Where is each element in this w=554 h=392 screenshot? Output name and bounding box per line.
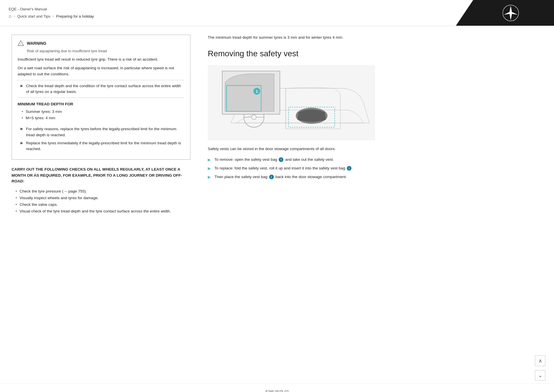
bullet-arrow-2: ▶ For safety reasons, replace the tyres … (18, 126, 184, 138)
mercedes-logo (502, 4, 519, 22)
bullet-text-1: Check the tread depth and the condition … (26, 83, 184, 95)
breadcrumb-sep-2: › (53, 14, 54, 18)
step-2: ▶ To replace: fold the safety vest, roll… (208, 165, 542, 171)
arrow-sym-2: ▶ (20, 127, 23, 138)
warning-header: ! WARNING (18, 40, 184, 46)
step-2-text: To replace: fold the safety vest, roll i… (214, 165, 353, 171)
footer-code: F295 0075 02 (265, 389, 289, 392)
step-1: ▶ To remove: open the safety vest bag i … (208, 157, 542, 163)
home-icon[interactable]: ⌂ (9, 14, 12, 19)
safety-vest-info: Safety vests can be stored in the door s… (208, 146, 542, 152)
footer: F295 0075 02 (0, 383, 554, 392)
warning-divider-2 (18, 98, 184, 98)
scroll-down-button[interactable]: ⌄ (535, 370, 545, 380)
info-badge-3: i (269, 175, 274, 179)
step-3: ▶ Then place the safety vest bag i back … (208, 174, 542, 180)
warning-box: ! WARNING Risk of aquaplaning due to ins… (12, 35, 190, 160)
logo-area (456, 0, 554, 26)
breadcrumb: ⌂ › Quick start and Tips › Preparing for… (9, 14, 447, 19)
left-column: ! WARNING Risk of aquaplaning due to ins… (12, 35, 190, 372)
right-column: The minimum tread depth for summer tyres… (208, 35, 542, 372)
bullet-text-2: For safety reasons, replace the tyres be… (26, 126, 184, 138)
header-content: EQE - Owner's Manual ⌂ › Quick start and… (0, 0, 456, 26)
min-tread-title: MINIMUM TREAD DEPTH FOR (18, 102, 184, 106)
warning-triangle-icon: ! (18, 40, 24, 46)
arrow-cyan-2: ▶ (208, 166, 211, 171)
car-illustration: 1 (208, 65, 375, 140)
checks-list: Check the tyre pressure (→ page 755). Vi… (12, 188, 190, 215)
svg-text:1: 1 (256, 89, 258, 94)
svg-text:!: ! (20, 42, 21, 45)
breadcrumb-current: Preparing for a holiday (56, 14, 94, 18)
tread-item-2: M+S tyres: 4 mm (22, 115, 184, 121)
check-item-4: Visual check of the tyre tread depth and… (16, 208, 190, 215)
page-header: EQE - Owner's Manual ⌂ › Quick start and… (0, 0, 554, 26)
bullet-arrow-3: ▶ Replace the tyres immediately if the l… (18, 140, 184, 152)
main-content: ! WARNING Risk of aquaplaning due to ins… (0, 26, 554, 380)
check-item-2: Visually inspect wheels and tyres for da… (16, 195, 190, 201)
bullet-arrow-1: ▶ Check the tread depth and the conditio… (18, 83, 184, 95)
page-title: EQE - Owner's Manual (9, 7, 447, 11)
info-badge-1: i (279, 157, 283, 162)
warning-para2: On a wet road surface the risk of aquapl… (18, 65, 184, 77)
warning-divider (18, 80, 184, 80)
intro-text: The minimum tread depth for summer tyres… (208, 35, 542, 40)
arrow-cyan-3: ▶ (208, 175, 211, 180)
bullet-text-3: Replace the tyres immediately if the leg… (26, 140, 184, 152)
arrow-sym-1: ▶ (20, 84, 23, 95)
tread-item-1: Summer tyres: 3 mm (22, 109, 184, 115)
tread-list: Summer tyres: 3 mm M+S tyres: 4 mm (18, 109, 184, 121)
warning-subtitle: Risk of aquaplaning due to insufficient … (27, 49, 184, 53)
arrow-cyan-1: ▶ (208, 157, 211, 163)
check-item-1: Check the tyre pressure (→ page 755). (16, 188, 190, 195)
check-item-3: Check the valve caps. (16, 201, 190, 208)
warning-para1: Insufficient tyre tread will result in r… (18, 57, 184, 62)
arrow-sym-3: ▶ (20, 141, 23, 152)
section-title: Removing the safety vest (208, 49, 542, 58)
step-1-text: To remove: open the safety vest bag i an… (214, 157, 334, 163)
step-3-text: Then place the safety vest bag i back in… (214, 174, 347, 180)
warning-title: WARNING (27, 41, 46, 46)
car-diagram: 1 (208, 65, 375, 140)
info-badge-2: i (347, 166, 351, 171)
scroll-up-button[interactable]: ∧ (535, 356, 545, 366)
breadcrumb-quick-start[interactable]: Quick start and Tips (17, 14, 50, 18)
breadcrumb-sep-1: › (14, 14, 15, 18)
bold-section: CARRY OUT THE FOLLOWING CHECKS ON ALL WH… (12, 167, 190, 184)
